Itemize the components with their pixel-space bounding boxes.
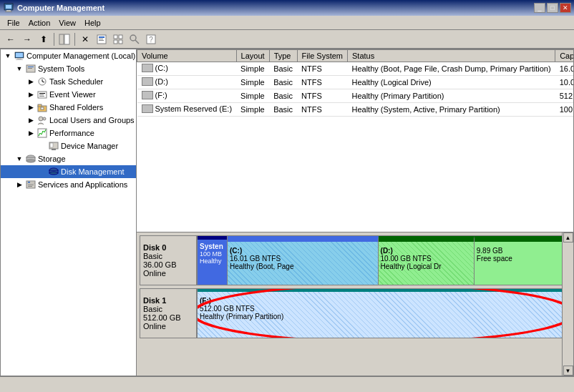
- disk1-label: Disk 1 Basic 512.00 GB Online: [140, 288, 197, 338]
- col-volume[interactable]: Volume: [137, 50, 237, 62]
- performance-label: Performance: [49, 129, 94, 137]
- view-button[interactable]: [110, 31, 126, 47]
- svg-rect-19: [16, 53, 23, 57]
- sidebar: ▼ Computer Management (Local) ▼: [1, 49, 137, 376]
- task-scheduler-icon: [37, 76, 48, 87]
- table-row[interactable]: (C:) Simple Basic NTFS Healthy (Boot, Pa…: [137, 62, 574, 76]
- minimize-button[interactable]: _: [534, 3, 545, 13]
- sidebar-item-task-scheduler[interactable]: ▶ Task Scheduler: [1, 75, 136, 88]
- device-manager-icon: [48, 140, 59, 152]
- svg-rect-21: [16, 59, 23, 60]
- sidebar-item-disk-management[interactable]: Disk Management: [1, 165, 136, 178]
- svg-rect-5: [64, 34, 69, 44]
- svg-rect-23: [28, 67, 34, 67]
- scroll-up[interactable]: ▲: [563, 232, 573, 242]
- disk-table-container[interactable]: Volume Layout Type File System Status Ca…: [137, 49, 573, 232]
- sidebar-item-device-manager[interactable]: Device Manager: [1, 139, 136, 152]
- sidebar-item-performance[interactable]: ▶ Performance: [1, 127, 136, 139]
- disk-management-label: Disk Management: [61, 167, 125, 176]
- sidebar-root[interactable]: ▼ Computer Management (Local): [1, 49, 136, 62]
- sidebar-item-storage[interactable]: ▼ Storage: [1, 152, 136, 165]
- svg-rect-7: [99, 36, 104, 38]
- partition-c[interactable]: (C:) 16.01 GB NTFS Healthy (Boot, Page: [228, 236, 379, 285]
- col-layout[interactable]: Layout: [236, 50, 269, 62]
- sidebar-item-system-tools[interactable]: ▼ System Tools: [1, 62, 136, 75]
- partition-f[interactable]: (F:) 512.00 GB NTFS Healthy (Primary Par…: [198, 289, 570, 338]
- table-row[interactable]: System Reserved (E:) Simple Basic NTFS H…: [137, 103, 574, 117]
- right-panel: Volume Layout Type File System Status Ca…: [137, 49, 573, 376]
- properties-button[interactable]: [94, 31, 110, 47]
- root-expand-icon[interactable]: ▼: [2, 50, 14, 62]
- volume-system-reserved: System Reserved (E:): [137, 103, 237, 117]
- disk-visual-scrollbar[interactable]: ▲ ▼: [562, 232, 573, 376]
- svg-line-15: [135, 40, 139, 44]
- system-tools-icon: [25, 63, 37, 74]
- svg-rect-11: [119, 35, 122, 39]
- shared-expand[interactable]: ▶: [25, 102, 37, 113]
- svg-rect-1: [6, 5, 11, 9]
- forward-button[interactable]: →: [19, 31, 35, 47]
- svg-rect-10: [114, 35, 117, 39]
- svg-rect-51: [28, 186, 32, 187]
- performance-expand[interactable]: ▶: [25, 127, 37, 139]
- disk1-row: Disk 1 Basic 512.00 GB Online (F:) 512.0…: [140, 288, 570, 338]
- sidebar-item-event-viewer[interactable]: ▶ Event Viewer: [1, 88, 136, 101]
- partition-system-reserved[interactable]: Systen 100 MB Healthy: [198, 236, 228, 285]
- col-filesystem[interactable]: File System: [297, 50, 347, 62]
- local-users-expand[interactable]: ▶: [25, 114, 37, 126]
- svg-rect-3: [5, 11, 12, 12]
- close-button[interactable]: ✕: [560, 3, 571, 13]
- col-status[interactable]: Status: [348, 50, 555, 62]
- sidebar-item-shared-folders[interactable]: ▶ Shared Folders: [1, 101, 136, 114]
- delete-button[interactable]: ✕: [77, 31, 93, 47]
- maximize-button[interactable]: □: [547, 3, 558, 13]
- volume-c: (C:): [137, 62, 237, 76]
- computer-icon: [14, 50, 25, 62]
- svg-rect-9: [99, 40, 104, 41]
- partition-d[interactable]: (D:) 10.00 GB NTFS Healthy (Logical Dr: [379, 236, 475, 285]
- help-button[interactable]: ?: [143, 31, 159, 47]
- system-tools-expand[interactable]: ▼: [14, 63, 25, 74]
- window-controls[interactable]: _ □ ✕: [534, 3, 571, 13]
- menu-action[interactable]: Action: [24, 17, 55, 29]
- svg-rect-39: [52, 149, 56, 150]
- svg-rect-4: [59, 34, 64, 44]
- col-capacity[interactable]: Capacit: [555, 50, 573, 62]
- disk0-row: Disk 0 Basic 36.00 GB Online Systen 100 …: [140, 235, 570, 285]
- show-hide-button[interactable]: [57, 31, 72, 47]
- svg-rect-33: [38, 104, 42, 107]
- table-row[interactable]: (F:) Simple Basic NTFS Healthy (Primary …: [137, 89, 574, 103]
- main-container: ▼ Computer Management (Local) ▼: [0, 49, 574, 376]
- svg-rect-2: [6, 10, 11, 11]
- menu-bar: File Action View Help: [0, 16, 574, 30]
- event-viewer-label: Event Viewer: [49, 90, 96, 99]
- sidebar-item-services[interactable]: ▶ Services and Applications: [1, 178, 136, 191]
- partition-free[interactable]: 9.89 GB Free space: [475, 236, 570, 285]
- search-button[interactable]: [127, 31, 142, 47]
- sidebar-item-local-users[interactable]: ▶ Local Users and Groups: [1, 114, 136, 127]
- local-users-icon: [37, 114, 48, 126]
- svg-point-35: [39, 117, 43, 121]
- disk0-label: Disk 0 Basic 36.00 GB Online: [140, 235, 197, 285]
- storage-expand[interactable]: ▼: [14, 153, 25, 165]
- back-button[interactable]: ←: [3, 31, 19, 47]
- svg-rect-20: [17, 58, 21, 59]
- disk-management-icon: [48, 166, 59, 177]
- svg-point-43: [26, 160, 35, 162]
- task-expand[interactable]: ▶: [25, 76, 37, 87]
- menu-file[interactable]: File: [3, 17, 24, 29]
- svg-rect-40: [50, 143, 53, 147]
- col-type[interactable]: Type: [269, 50, 297, 62]
- table-row[interactable]: (D:) Simple Basic NTFS Healthy (Logical …: [137, 76, 574, 89]
- event-expand[interactable]: ▶: [25, 89, 37, 100]
- app-icon: [3, 2, 14, 14]
- up-button[interactable]: ⬆: [36, 31, 52, 47]
- device-expand: [37, 140, 48, 152]
- services-expand[interactable]: ▶: [14, 179, 25, 190]
- scroll-down[interactable]: ▼: [563, 366, 573, 376]
- status-bar: [0, 376, 574, 392]
- menu-help[interactable]: Help: [80, 17, 105, 29]
- task-scheduler-label: Task Scheduler: [49, 77, 103, 86]
- menu-view[interactable]: View: [54, 17, 80, 29]
- event-viewer-icon: [37, 89, 48, 100]
